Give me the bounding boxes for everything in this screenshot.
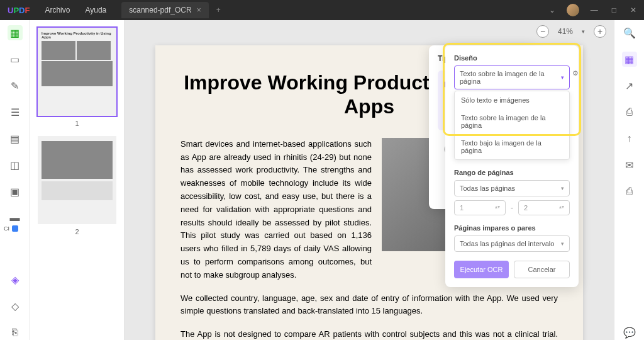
zoom-out-button[interactable]: − (536, 25, 549, 38)
document-paragraph: The App is not designed to compare AR pa… (180, 328, 558, 340)
document-tab[interactable]: scanned-pdf_OCR × (121, 2, 208, 18)
page-thumbnail-1[interactable]: Improve Working Productivity in Using Ap… (36, 26, 118, 117)
export-icon[interactable]: ↗ (622, 78, 637, 93)
search-icon[interactable]: 🔍 (622, 25, 637, 40)
rango-label: Rango de páginas (454, 169, 570, 176)
pares-label: Páginas impares o pares (454, 224, 570, 232)
crop-icon[interactable]: ◫ (8, 157, 23, 173)
dropdown-option[interactable]: Texto bajo la imagen de la página (455, 134, 569, 159)
cancel-button[interactable]: Cancelar (514, 261, 570, 278)
page-thumbnail-2[interactable] (36, 135, 118, 225)
form-icon[interactable]: ▣ (8, 184, 23, 199)
zoom-toolbar: − 41% ▾ + (536, 25, 606, 38)
left-toolbar: ▦ ▭ ✎ ☰ ▤ ◫ ▣ ▬ ◈ ◇ ⎘ (0, 20, 30, 340)
thumbnails-icon[interactable]: ▦ (8, 25, 23, 40)
save-icon[interactable]: ⎙ (622, 105, 637, 120)
page-number-2: 2 (36, 228, 118, 235)
thumbnail-panel: Improve Working Productivity in Using Ap… (30, 20, 125, 340)
zoom-dropdown-icon[interactable]: ▾ (582, 28, 585, 35)
tab-title: scanned-pdf_OCR (129, 6, 191, 14)
document-paragraph: We collected country, language, age, sex… (180, 292, 558, 319)
email-icon[interactable]: ✉ (622, 157, 637, 173)
chevron-down-icon: ▾ (561, 74, 564, 81)
dropdown-option[interactable]: Texto sobre la imagen de la página (455, 109, 569, 134)
reader-icon[interactable]: ▭ (8, 52, 23, 67)
share-icon[interactable]: ↑ (622, 131, 637, 146)
run-ocr-button[interactable]: Ejecutar OCR (454, 261, 509, 278)
range-from-input[interactable]: 1▴▾ (454, 200, 506, 215)
titlebar: UPDF Archivo Ayuda scanned-pdf_OCR × + ⌄… (0, 0, 644, 20)
maximize-button[interactable]: □ (609, 3, 619, 17)
print-icon[interactable]: ⎙ (622, 184, 637, 199)
ci-badge: CI (0, 224, 22, 233)
diseno-label: Diseño (454, 54, 570, 62)
minimize-button[interactable]: — (588, 3, 601, 17)
main-area: ▦ ▭ ✎ ☰ ▤ ◫ ▣ ▬ ◈ ◇ ⎘ Improve Working Pr… (0, 20, 644, 340)
range-to-input[interactable]: 2▴▾ (518, 200, 570, 215)
ocr-settings-panel: Diseño Texto sobre la imagen de la págin… (445, 45, 579, 287)
zoom-in-button[interactable]: + (594, 25, 606, 38)
close-icon[interactable]: × (197, 6, 201, 14)
diseno-select[interactable]: Texto sobre la imagen de la página▾ ⚙ (454, 65, 570, 89)
pares-select[interactable]: Todas las páginas del intervalo▾ (454, 235, 570, 252)
layers-icon[interactable]: ◈ (8, 272, 23, 287)
document-viewport[interactable]: − 41% ▾ + Improve Working Productivity i… (125, 20, 614, 340)
user-avatar[interactable] (567, 4, 579, 16)
menu-help[interactable]: Ayuda (77, 6, 114, 14)
page-number-1: 1 (36, 120, 118, 127)
bookmark-icon[interactable]: ◇ (8, 298, 23, 314)
menu-file[interactable]: Archivo (37, 6, 77, 14)
range-separator: - (511, 203, 513, 212)
annotate-icon[interactable]: ☰ (8, 105, 23, 120)
rango-select[interactable]: Todas las páginas▾ (454, 180, 570, 196)
dropdown-option[interactable]: Sólo texto e imágenes (455, 91, 569, 109)
chevron-down-icon: ▾ (561, 241, 564, 247)
app-logo: UPDF (0, 6, 37, 15)
attachment-icon[interactable]: ⎘ (8, 325, 23, 340)
right-toolbar: 🔍 ▦ ↗ ⎙ ↑ ✉ ⎙ 💬 (614, 20, 644, 340)
zoom-level: 41% (558, 27, 573, 36)
organize-icon[interactable]: ▤ (8, 131, 23, 146)
chevron-down-icon[interactable]: ⌄ (547, 3, 558, 17)
chevron-down-icon: ▾ (561, 185, 564, 191)
redact-icon[interactable]: ▬ (8, 210, 23, 225)
edit-icon[interactable]: ✎ (8, 78, 23, 93)
new-tab-button[interactable]: + (216, 6, 221, 14)
diseno-dropdown: Sólo texto e imágenes Texto sobre la ima… (454, 91, 570, 160)
close-button[interactable]: ✕ (628, 3, 639, 17)
chat-icon[interactable]: 💬 (622, 325, 637, 340)
ocr-icon[interactable]: ▦ (622, 52, 637, 67)
gear-icon[interactable]: ⚙ (572, 69, 579, 77)
